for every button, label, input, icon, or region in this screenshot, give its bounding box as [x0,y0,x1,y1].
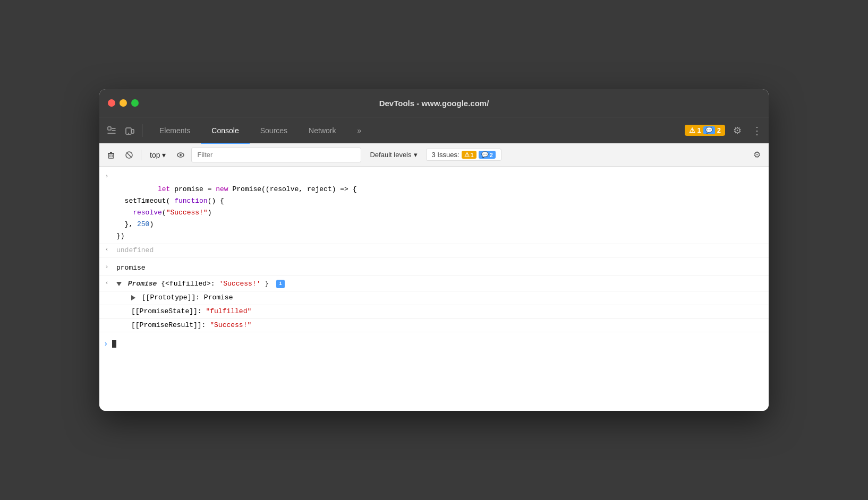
dropdown-arrow-icon: ▾ [162,151,166,159]
promise-label: promise [114,263,764,274]
console-line-result: [[PromiseResult]]: "Success!" [99,319,769,333]
promise-info-icon[interactable]: i [276,280,285,288]
prototype-chevron [99,292,114,294]
svg-rect-0 [108,127,111,130]
console-line-promise-obj: ‹ Promise {<fulfilled>: 'Success!' } i [99,278,769,291]
info-count: 2 [717,126,721,134]
default-levels-label: Default levels [370,151,411,159]
warn-badge: ⚠ 1 [462,151,476,159]
issues-toolbar-badge[interactable]: 3 Issues: ⚠ 1 💬 2 [426,149,501,161]
context-selector[interactable]: top ▾ [146,149,170,161]
spacer-1 [99,257,769,262]
tabs-left-icons [104,123,144,139]
result-chevron [99,320,114,321]
info-badge: 💬 2 [479,151,496,159]
svg-rect-5 [108,154,114,158]
issues-label-text: 3 Issues: [432,151,459,159]
tab-sources[interactable]: Sources [250,117,298,144]
console-line-undefined: ‹ undefined [99,244,769,258]
svg-rect-2 [132,130,134,133]
context-label: top [150,151,160,159]
console-output: › let promise = new Promise((resolve, re… [99,167,769,411]
issues-count: 1 [697,126,701,134]
cursor [112,340,116,348]
settings-icon[interactable]: ⚙ [729,123,745,139]
state-chevron [99,306,114,307]
promise-obj-left-chevron: ‹ [99,279,114,286]
titlebar: DevTools - www.google.com/ [99,89,769,117]
collapse-arrow-icon[interactable] [116,282,122,286]
code-content: let promise = new Promise((resolve, reje… [114,172,764,243]
promise-chevron[interactable]: › [99,263,114,270]
warn-icon: ⚠ [689,126,695,134]
console-line-promise: › promise [99,262,769,275]
state-content: [[PromiseState]]: "fulfilled" [114,306,764,317]
stop-logging-button[interactable] [122,148,137,162]
svg-point-3 [128,133,129,134]
traffic-lights [108,99,139,107]
console-settings-icon[interactable]: ⚙ [750,148,764,162]
spacer-3 [99,332,769,337]
tabs-bar: Elements Console Sources Network » ⚠ 1 💬… [99,117,769,143]
undefined-chevron: ‹ [99,245,114,253]
tabs-right-actions: ⚠ 1 💬 2 ⚙ ⋮ [685,123,764,139]
tabs-nav: Elements Console Sources Network » [149,117,685,144]
tab-more[interactable]: » [346,117,372,144]
minimize-button[interactable] [120,99,127,107]
tab-elements[interactable]: Elements [149,117,201,144]
result-content: [[PromiseResult]]: "Success!" [114,320,764,331]
prototype-content: [[Prototype]]: Promise [114,292,764,304]
close-button[interactable] [108,99,115,107]
tabs-divider [142,124,142,137]
device-toolbar-icon[interactable] [122,123,138,139]
devtools-window: DevTools - www.google.com/ Elemen [99,89,769,411]
info-icon-small: 💬 [703,126,715,134]
console-toolbar: top ▾ Default levels ▾ 3 Issues: ⚠ 1 💬 2… [99,143,769,167]
clear-console-button[interactable] [104,148,118,162]
svg-line-9 [127,152,132,157]
prototype-expand-icon[interactable] [131,295,135,300]
toolbar-divider-1 [141,150,141,160]
undefined-text: undefined [114,245,764,256]
svg-point-11 [180,154,182,156]
filter-input[interactable] [191,148,361,162]
more-options-icon[interactable]: ⋮ [750,124,764,137]
expand-chevron[interactable]: › [99,172,114,179]
default-levels-button[interactable]: Default levels ▾ [364,149,422,161]
issues-notification-badge[interactable]: ⚠ 1 💬 2 [685,125,725,136]
input-prompt-icon: › [104,340,108,348]
console-line-prototype: [[Prototype]]: Promise [99,291,769,305]
maximize-button[interactable] [131,99,139,107]
levels-dropdown-arrow-icon: ▾ [414,151,418,159]
console-line-state: [[PromiseState]]: "fulfilled" [99,305,769,319]
tab-console[interactable]: Console [201,117,249,144]
window-title: DevTools - www.google.com/ [379,99,489,108]
promise-obj-content: Promise {<fulfilled>: 'Success!' } i [114,279,764,290]
console-line-code: › let promise = new Promise((resolve, re… [99,171,769,244]
tab-network[interactable]: Network [298,117,346,144]
inspect-element-icon[interactable] [104,123,120,139]
eye-icon[interactable] [173,148,188,162]
console-input-line[interactable]: › [99,337,769,351]
